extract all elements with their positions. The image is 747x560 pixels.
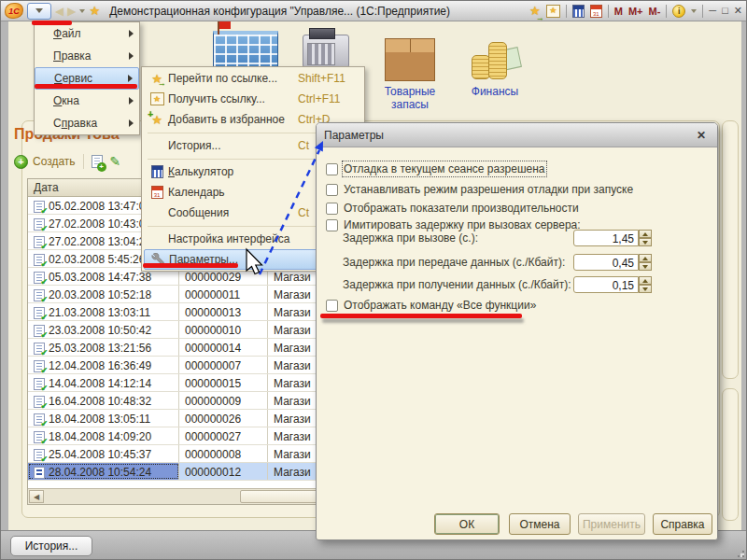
all-functions-checkbox[interactable] [326,300,338,312]
checkbox[interactable] [326,219,338,231]
menu-item-4[interactable]: Справка [35,112,139,134]
menu-icon-gutter: 31 [146,186,168,199]
annotation-underline-servis [35,84,137,89]
label-text: П [53,49,62,63]
back-button[interactable]: ◀ [55,3,63,20]
resize-grip[interactable] [733,546,744,557]
spin-down-button[interactable] [639,238,652,246]
submenu-item-1[interactable]: ★Получить ссылку...Ctrl+F11 [142,89,364,109]
date-text: 25.04.2008 10:45:37 [49,448,151,461]
checkbox[interactable] [326,203,338,215]
annotation-underline-parametry [143,263,238,268]
maximize-button[interactable]: □ [722,6,728,16]
main-menu-button[interactable] [27,3,51,20]
spin-down-button[interactable] [639,285,652,293]
help-button[interactable]: Справка [653,513,712,535]
calendar-icon[interactable]: 31 [590,5,602,18]
date-text: 18.04.2008 13:05:11 [49,413,150,426]
calculator-icon [151,165,163,178]
edit-pencil-icon[interactable]: ✎ [110,155,121,168]
add-favorite-icon[interactable]: ★ [546,5,560,18]
date-text: 25.03.2008 13:21:56 [49,342,151,355]
up-arrow-icon [642,257,648,260]
cancel-button[interactable]: Отмена [509,513,571,535]
minimize-button[interactable]: ─ [709,6,716,16]
cell-number: 000000014 [179,339,268,356]
info-dropdown-icon[interactable] [691,9,697,13]
favorites-star-icon[interactable]: ★ [89,3,100,20]
checkbox-label: Отображать команду «Все функции» [344,299,536,312]
label-text: д [200,186,206,199]
checkbox[interactable] [326,184,338,196]
menu-item-1[interactable]: Правка [35,45,139,67]
spin-up-button[interactable] [639,230,652,238]
dialog-titlebar: Параметры ✕ [317,123,717,147]
checkbox-label: Устанавливать режим разрешения отладки п… [344,183,633,196]
checkbox-row-1: Устанавливать режим разрешения отладки п… [326,183,633,196]
section-finance[interactable]: Финансы [462,36,528,98]
side-panel-bottom [722,388,739,521]
goto-link-icon[interactable]: ★ [529,3,541,20]
section-inventory[interactable]: Товарные запасы [369,38,451,111]
history-button[interactable]: История... [10,536,92,556]
spinner-value-field[interactable]: 1,45 [573,230,639,246]
dialog-close-icon[interactable]: ✕ [693,128,710,143]
date-text: 28.04.2008 10:54:24 [49,466,151,479]
label-text: Ф [53,27,62,40]
1c-logo-icon: 1С [5,3,23,19]
cell-date: 16.04.2008 10:48:32 [28,392,179,409]
document-posted-icon [34,378,45,390]
down-arrow-icon [642,265,648,269]
date-text: 16.04.2008 10:48:32 [49,395,151,408]
forward-button[interactable]: ▶ [67,3,76,20]
star-arrow-icon: ★ [151,73,162,85]
info-icon[interactable]: i [672,5,685,18]
label-text: арь [206,186,225,199]
submenu-item-label: Добавить в избранное [168,113,285,126]
star-plus-icon: ★+ [151,114,162,126]
parameters-dialog: Параметры ✕ Отладка в текущем сеансе раз… [316,122,718,540]
submenu-item-0[interactable]: ★Перейти по ссылке...Shift+F11 [142,68,364,89]
ok-button[interactable]: ОК [434,513,500,535]
date-text: 05.02.2008 13:47:0 [49,200,145,213]
spinner-buttons [639,254,652,271]
menu-item-3[interactable]: Окна [35,90,139,112]
submenu-item-label: Получить ссылку... [168,92,265,105]
copy-document-icon[interactable] [92,155,103,168]
document-posted-icon [34,307,45,319]
cell-date: 18.04.2008 14:09:20 [28,427,179,444]
close-button[interactable]: ✕ [734,6,742,16]
memory-minus-button[interactable]: M- [649,6,661,17]
memory-button[interactable]: M [614,6,623,17]
menu-item-0[interactable]: Файл [35,22,139,45]
label-text: История... [168,139,221,152]
spinner-value-field[interactable]: 0,15 [573,276,639,293]
spin-down-button[interactable] [639,262,652,271]
date-text: 14.04.2008 14:12:14 [49,377,151,390]
submenu-item-label: Калькулятор [168,165,233,178]
memory-plus-button[interactable]: M+ [628,6,643,17]
create-button[interactable]: + Создать [14,155,76,169]
coin-stack-icon [472,55,490,79]
calculator-icon[interactable] [572,5,585,18]
cell-date: 18.04.2008 13:05:11 [28,410,179,427]
annotation-underline-all-functions [320,314,522,318]
document-posted-icon [34,289,45,301]
spin-up-button[interactable] [639,254,652,262]
annotation-underline-menu-button [32,21,72,25]
dialog-title: Параметры [324,129,384,142]
label-text: Добавить в избранное [168,113,285,126]
spin-up-button[interactable] [639,276,652,285]
list-toolbar: + Создать ✎ [14,150,120,173]
cell-number: 000000015 [179,374,268,391]
label-text: К [168,165,175,178]
star-frame-icon: ★ [150,92,164,105]
checkbox-label: Отображать показатели производительности [344,202,579,215]
history-dropdown-icon[interactable] [79,9,85,13]
label-text: Сообщения [168,206,229,219]
spinner-value-field[interactable]: 0,45 [573,254,639,271]
checkbox[interactable] [326,163,338,175]
scroll-left-button[interactable]: ◀ [29,490,44,503]
chevron-down-icon [35,8,43,13]
document-posted-icon [34,254,45,266]
